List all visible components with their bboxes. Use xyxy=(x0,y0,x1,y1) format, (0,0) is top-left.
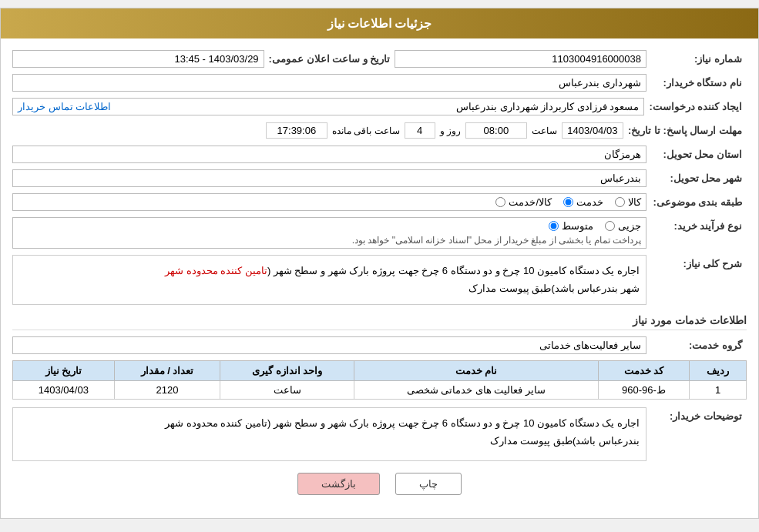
col-header-code: کد خدمت xyxy=(598,360,689,380)
col-header-date: تاریخ نیاز xyxy=(13,360,115,380)
col-header-name: نام خدمت xyxy=(354,360,599,380)
deadline-time-label: ساعت xyxy=(532,125,557,136)
service-group-label: گروه خدمت: xyxy=(646,336,747,354)
process-options: جزیی متوسط پرداخت تمام یا بخشی از مبلغ خ… xyxy=(12,217,646,249)
buyer-org-value: شهرداری بندرعباس xyxy=(12,74,646,92)
deadline-remaining-label: ساعت باقی مانده xyxy=(332,125,400,136)
col-header-row: ردیف xyxy=(690,360,747,380)
category-option-kala-khedmat[interactable]: کالا/خدمت xyxy=(495,196,552,208)
cell-date: 1403/04/03 xyxy=(13,380,115,399)
request-number-label: شماره نیاز: xyxy=(646,50,747,68)
buttons-row: چاپ بازگشت xyxy=(12,473,747,495)
date-label: تاریخ و ساعت اعلان عمومی: xyxy=(264,50,395,68)
process-note: پرداخت تمام یا بخشی از مبلغ خریدار از مح… xyxy=(18,235,641,246)
cell-row: 1 xyxy=(690,380,747,399)
category-row: طبقه بندی موضوعی: کالا خدمت کالا/خدمت xyxy=(12,193,747,211)
services-title: اطلاعات خدمات مورد نیاز xyxy=(12,314,747,330)
deadline-date: 1403/04/03 xyxy=(562,122,623,139)
table-row: 1 ط-96-960 سایر فعالیت های خدماتی شخصی س… xyxy=(13,380,747,399)
deadline-days-label: روز و xyxy=(440,125,461,136)
city-label: شهر محل تحویل: xyxy=(646,169,747,187)
table-header-row: ردیف کد خدمت نام خدمت واحد اندازه گیری ت… xyxy=(13,360,747,380)
province-label: استان محل تحویل: xyxy=(646,146,747,163)
category-option-kala[interactable]: کالا xyxy=(615,196,641,208)
process-option-jozii[interactable]: جزیی xyxy=(605,220,641,232)
creator-value: مسعود فرزادی کاربرداز شهرداری بندرعباس xyxy=(456,101,639,112)
deadline-remaining: 17:39:06 xyxy=(266,122,327,139)
creator-value-box: مسعود فرزادی کاربرداز شهرداری بندرعباس ا… xyxy=(12,98,644,115)
buyer-desc-row: توضیحات خریدار: اجاره یک دستگاه کامیون 1… xyxy=(12,407,747,461)
creator-row: ایجاد کننده درخواست: مسعود فرزادی کاربرد… xyxy=(12,98,747,115)
date-value: 1403/03/29 - 13:45 xyxy=(12,50,264,68)
request-number-row: شماره نیاز: 1103004916000038 تاریخ و ساع… xyxy=(12,50,747,68)
content-area: شماره نیاز: 1103004916000038 تاریخ و ساع… xyxy=(1,38,758,518)
deadline-time: 08:00 xyxy=(465,122,527,139)
print-button[interactable]: چاپ xyxy=(395,473,462,495)
deadline-label: مهلت ارسال پاسخ: تا تاریخ: xyxy=(623,122,747,139)
service-group-value: سایر فعالیت‌های خدماتی xyxy=(12,336,646,354)
category-options: کالا خدمت کالا/خدمت xyxy=(12,193,646,211)
buyer-desc-value: اجاره یک دستگاه کامیون 10 چرخ و دو دستگا… xyxy=(12,407,646,461)
description-label: شرح کلی نیاز: xyxy=(646,255,747,305)
buyer-org-label: نام دستگاه خریدار: xyxy=(646,74,747,92)
services-table: ردیف کد خدمت نام خدمت واحد اندازه گیری ت… xyxy=(12,360,747,400)
page-wrapper: جزئیات اطلاعات نیاز شماره نیاز: 11030049… xyxy=(0,8,759,519)
deadline-row: مهلت ارسال پاسخ: تا تاریخ: 1403/04/03 سا… xyxy=(12,122,747,139)
buyer-desc-label: توضیحات خریدار: xyxy=(646,407,747,461)
description-highlight: تامین کننده محدوده شهر xyxy=(165,265,267,276)
cell-qty: 2120 xyxy=(114,380,220,399)
city-row: شهر محل تحویل: بندرعباس xyxy=(12,169,747,187)
page-header: جزئیات اطلاعات نیاز xyxy=(1,8,758,38)
deadline-days: 4 xyxy=(405,122,435,139)
province-value: هرمزگان xyxy=(12,146,646,163)
back-button[interactable]: بازگشت xyxy=(297,473,380,495)
description-row: شرح کلی نیاز: اجاره یک دستگاه کامیون 10 … xyxy=(12,255,747,305)
category-label: طبقه بندی موضوعی: xyxy=(646,193,747,211)
process-option-motovaset[interactable]: متوسط xyxy=(549,220,593,232)
header-title: جزئیات اطلاعات نیاز xyxy=(327,17,432,30)
service-group-row: گروه خدمت: سایر فعالیت‌های خدماتی xyxy=(12,336,747,354)
category-option-khedmat[interactable]: خدمت xyxy=(563,196,603,208)
deadline-fields: 1403/04/03 ساعت 08:00 روز و 4 ساعت باقی … xyxy=(12,122,623,139)
cell-unit: ساعت xyxy=(220,380,354,399)
col-header-unit: واحد اندازه گیری xyxy=(220,360,354,380)
contact-link[interactable]: اطلاعات تماس خریدار xyxy=(18,101,111,112)
description-box: اجاره یک دستگاه کامیون 10 چرخ و دو دستگا… xyxy=(12,255,646,305)
category-radio-group: کالا خدمت کالا/خدمت xyxy=(18,196,641,208)
city-value: بندرعباس xyxy=(12,169,646,187)
process-label: نوع فرآیند خرید: xyxy=(646,217,747,249)
creator-label: ایجاد کننده درخواست: xyxy=(644,98,747,115)
cell-code: ط-96-960 xyxy=(598,380,689,399)
process-row: نوع فرآیند خرید: جزیی متوسط پرداخت تمام … xyxy=(12,217,747,249)
cell-name: سایر فعالیت های خدماتی شخصی xyxy=(354,380,599,399)
col-header-qty: تعداد / مقدار xyxy=(114,360,220,380)
buyer-org-row: نام دستگاه خریدار: شهرداری بندرعباس xyxy=(12,74,747,92)
province-row: استان محل تحویل: هرمزگان xyxy=(12,146,747,163)
request-number-value: 1103004916000038 xyxy=(395,50,646,68)
process-radio-group: جزیی متوسط xyxy=(18,220,641,232)
